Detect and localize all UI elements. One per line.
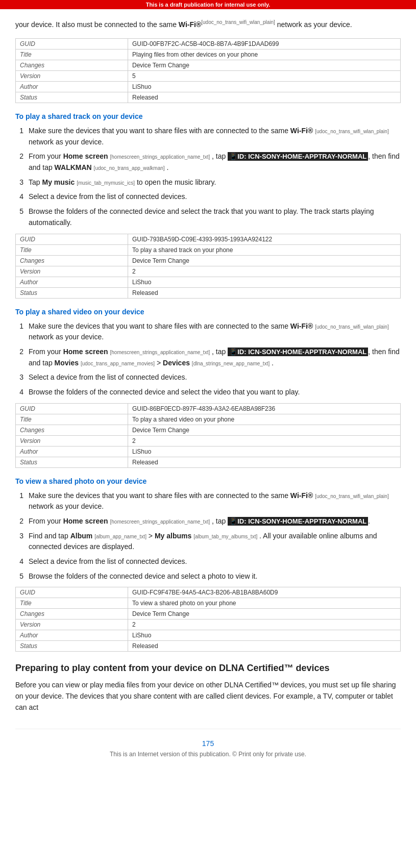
wifi-tag: [udoc_no_trans_wifi_wlan_plain] [201, 19, 275, 25]
section-track: To play a shared track on your device 1 … [15, 112, 401, 229]
page-footer: 175 This is an Internet version of this … [15, 729, 401, 758]
meta-row-status: Status Released [16, 287, 401, 298]
footer-text: This is an Internet version of this publ… [110, 751, 306, 758]
meta-row-guid: GUID GUID-00FB7F2C-AC5B-40CB-8B7A-4B9F1D… [16, 39, 401, 49]
list-item: 5 Browse the folders of the connected de… [15, 571, 401, 582]
meta-row-author: Author LiShuo [16, 82, 401, 92]
meta-row-title: Title To view a shared photo on your pho… [16, 598, 401, 609]
section-photo-heading: To view a shared photo on your device [15, 477, 401, 485]
list-item: 2 From your Home screen [homescreen_stri… [15, 516, 401, 527]
meta-row-guid: GUID GUID-793BA59D-C09E-4393-9935-1993AA… [16, 234, 401, 244]
list-item: 1 Make sure the devices that you want to… [15, 126, 401, 147]
list-item: 4 Browse the folders of the connected de… [15, 387, 401, 398]
meta-row-guid: GUID GUID-FC9F47BE-94A5-4AC3-B206-AB1BA8… [16, 587, 401, 598]
section-track-heading: To play a shared track on your device [15, 112, 401, 120]
list-item: 3 Select a device from the list of conne… [15, 372, 401, 383]
meta-table-4: GUID GUID-FC9F47BE-94A5-4AC3-B206-AB1BA8… [15, 587, 401, 652]
meta-row-version: Version 5 [16, 71, 401, 82]
intro-paragraph: your device. It also must be connected t… [15, 18, 401, 30]
list-item: 1 Make sure the devices that you want to… [15, 321, 401, 343]
meta-row-status: Status Released [16, 92, 401, 103]
list-item: 5 Browse the folders of the connected de… [15, 206, 401, 228]
list-item: 2 From your Home screen [homescreen_stri… [15, 151, 401, 173]
steps-list-photo: 1 Make sure the devices that you want to… [15, 490, 401, 582]
meta-table-1: GUID GUID-00FB7F2C-AC5B-40CB-8B7A-4B9F1D… [15, 38, 401, 103]
preparing-heading: Preparing to play content from your devi… [15, 662, 401, 675]
meta-row-status: Status Released [16, 641, 401, 652]
meta-row-author: Author LiShuo [16, 277, 401, 287]
meta-row-guid: GUID GUID-86BF0ECD-897F-4839-A3A2-6EA8BA… [16, 403, 401, 414]
meta-row-version: Version 2 [16, 619, 401, 630]
list-item: 2 From your Home screen [homescreen_stri… [15, 346, 401, 368]
meta-row-changes: Changes Device Term Change [16, 255, 401, 266]
preparing-body: Before you can view or play media files … [15, 679, 401, 713]
meta-table-3: GUID GUID-86BF0ECD-897F-4839-A3A2-6EA8BA… [15, 403, 401, 468]
preparing-section: Preparing to play content from your devi… [15, 662, 401, 713]
steps-list-track: 1 Make sure the devices that you want to… [15, 126, 401, 229]
meta-row-changes: Changes Device Term Change [16, 425, 401, 435]
meta-row-changes: Changes Device Term Change [16, 609, 401, 619]
steps-list-video: 1 Make sure the devices that you want to… [15, 321, 401, 398]
meta-row-changes: Changes Device Term Change [16, 60, 401, 71]
meta-row-version: Version 2 [16, 266, 401, 277]
meta-table-2: GUID GUID-793BA59D-C09E-4393-9935-1993AA… [15, 234, 401, 299]
section-video-heading: To play a shared video on your device [15, 308, 401, 316]
list-item: 1 Make sure the devices that you want to… [15, 490, 401, 512]
meta-row-author: Author LiShuo [16, 630, 401, 641]
list-item: 3 Tap My music [music_tab_mymusic_ics] t… [15, 177, 401, 188]
wifi-term: Wi-Fi® [179, 20, 201, 29]
draft-banner: This is a draft publication for internal… [0, 0, 416, 9]
list-item: 3 Find and tap Album [album_app_name_txt… [15, 531, 401, 553]
section-photo: To view a shared photo on your device 1 … [15, 477, 401, 582]
list-item: 4 Select a device from the list of conne… [15, 556, 401, 567]
meta-row-version: Version 2 [16, 435, 401, 446]
meta-row-title: Title To play a shared track on your pho… [16, 244, 401, 255]
meta-row-title: Title To play a shared video on your pho… [16, 414, 401, 425]
meta-row-status: Status Released [16, 457, 401, 467]
section-video: To play a shared video on your device 1 … [15, 308, 401, 398]
meta-row-author: Author LiShuo [16, 446, 401, 457]
list-item: 4 Select a device from the list of conne… [15, 191, 401, 203]
meta-row-title: Title Playing files from other devices o… [16, 49, 401, 60]
page-number: 175 [15, 739, 401, 748]
